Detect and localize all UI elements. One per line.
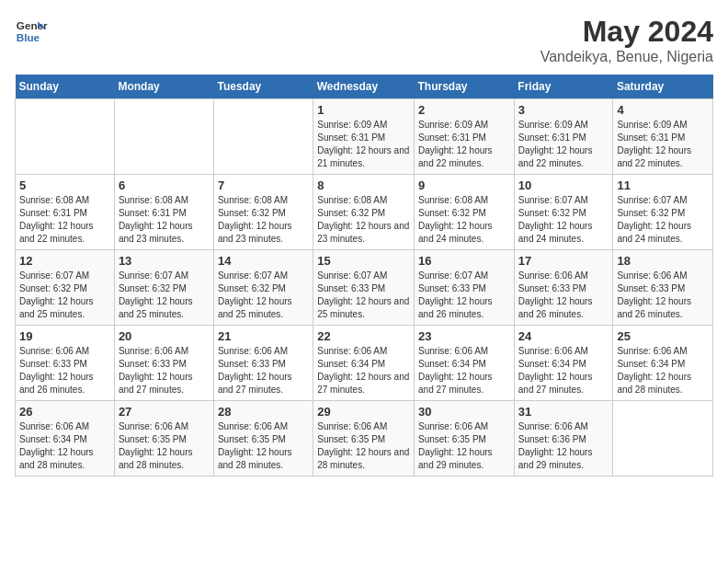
calendar-cell: 25Sunrise: 6:06 AM Sunset: 6:34 PM Dayli… [613, 326, 713, 401]
day-number: 29 [317, 405, 410, 419]
calendar-cell: 13Sunrise: 6:07 AM Sunset: 6:32 PM Dayli… [114, 250, 213, 326]
day-info: Sunrise: 6:08 AM Sunset: 6:32 PM Dayligh… [218, 194, 309, 246]
day-number: 7 [218, 178, 309, 192]
calendar-cell: 20Sunrise: 6:06 AM Sunset: 6:33 PM Dayli… [114, 326, 213, 401]
page-header: General Blue May 2024 Vandeikya, Benue, … [15, 15, 713, 65]
day-info: Sunrise: 6:09 AM Sunset: 6:31 PM Dayligh… [617, 119, 709, 170]
week-row-5: 26Sunrise: 6:06 AM Sunset: 6:34 PM Dayli… [16, 401, 713, 477]
day-info: Sunrise: 6:06 AM Sunset: 6:33 PM Dayligh… [518, 270, 609, 321]
day-number: 18 [617, 254, 709, 268]
day-info: Sunrise: 6:06 AM Sunset: 6:34 PM Dayligh… [617, 345, 709, 396]
day-info: Sunrise: 6:07 AM Sunset: 6:32 PM Dayligh… [518, 194, 609, 246]
calendar-cell: 5Sunrise: 6:08 AM Sunset: 6:31 PM Daylig… [16, 175, 115, 250]
day-info: Sunrise: 6:06 AM Sunset: 6:34 PM Dayligh… [518, 345, 609, 396]
day-info: Sunrise: 6:07 AM Sunset: 6:33 PM Dayligh… [317, 270, 410, 321]
day-info: Sunrise: 6:08 AM Sunset: 6:31 PM Dayligh… [19, 194, 110, 246]
calendar-cell: 21Sunrise: 6:06 AM Sunset: 6:33 PM Dayli… [213, 326, 313, 401]
day-number: 21 [218, 329, 309, 343]
day-number: 12 [19, 254, 110, 268]
day-number: 4 [617, 103, 709, 117]
weekday-header-saturday: Saturday [613, 75, 713, 99]
day-number: 24 [518, 329, 609, 343]
day-info: Sunrise: 6:06 AM Sunset: 6:33 PM Dayligh… [218, 345, 309, 396]
day-number: 20 [119, 329, 210, 343]
day-info: Sunrise: 6:07 AM Sunset: 6:32 PM Dayligh… [119, 270, 210, 321]
calendar-cell: 4Sunrise: 6:09 AM Sunset: 6:31 PM Daylig… [613, 99, 713, 175]
calendar-cell: 3Sunrise: 6:09 AM Sunset: 6:31 PM Daylig… [514, 99, 613, 175]
weekday-header-row: SundayMondayTuesdayWednesdayThursdayFrid… [16, 75, 713, 99]
calendar-cell [213, 99, 313, 175]
day-info: Sunrise: 6:09 AM Sunset: 6:31 PM Dayligh… [418, 119, 510, 170]
day-number: 10 [518, 178, 609, 192]
day-info: Sunrise: 6:07 AM Sunset: 6:32 PM Dayligh… [19, 270, 110, 321]
day-info: Sunrise: 6:06 AM Sunset: 6:35 PM Dayligh… [218, 420, 309, 472]
calendar-body: 1Sunrise: 6:09 AM Sunset: 6:31 PM Daylig… [16, 99, 713, 477]
day-info: Sunrise: 6:06 AM Sunset: 6:35 PM Dayligh… [418, 420, 510, 472]
calendar-cell: 8Sunrise: 6:08 AM Sunset: 6:32 PM Daylig… [313, 175, 415, 250]
day-number: 16 [418, 254, 510, 268]
day-info: Sunrise: 6:09 AM Sunset: 6:31 PM Dayligh… [317, 119, 410, 170]
calendar-cell: 2Sunrise: 6:09 AM Sunset: 6:31 PM Daylig… [415, 99, 515, 175]
day-number: 25 [617, 329, 709, 343]
day-info: Sunrise: 6:06 AM Sunset: 6:34 PM Dayligh… [418, 345, 510, 396]
day-info: Sunrise: 6:06 AM Sunset: 6:34 PM Dayligh… [317, 345, 410, 396]
day-info: Sunrise: 6:06 AM Sunset: 6:33 PM Dayligh… [617, 270, 709, 321]
day-info: Sunrise: 6:09 AM Sunset: 6:31 PM Dayligh… [518, 119, 609, 170]
calendar-cell: 9Sunrise: 6:08 AM Sunset: 6:32 PM Daylig… [415, 175, 515, 250]
weekday-header-friday: Friday [514, 75, 613, 99]
calendar-cell: 29Sunrise: 6:06 AM Sunset: 6:35 PM Dayli… [313, 401, 415, 477]
calendar-cell [114, 99, 213, 175]
day-number: 28 [218, 405, 309, 419]
calendar-cell: 11Sunrise: 6:07 AM Sunset: 6:32 PM Dayli… [613, 175, 713, 250]
day-info: Sunrise: 6:07 AM Sunset: 6:33 PM Dayligh… [418, 270, 510, 321]
logo-icon: General Blue [15, 15, 48, 48]
day-info: Sunrise: 6:06 AM Sunset: 6:34 PM Dayligh… [19, 420, 110, 472]
day-number: 17 [518, 254, 609, 268]
week-row-4: 19Sunrise: 6:06 AM Sunset: 6:33 PM Dayli… [16, 326, 713, 401]
weekday-header-tuesday: Tuesday [213, 75, 313, 99]
calendar-cell: 24Sunrise: 6:06 AM Sunset: 6:34 PM Dayli… [514, 326, 613, 401]
day-number: 23 [418, 329, 510, 343]
calendar-cell: 15Sunrise: 6:07 AM Sunset: 6:33 PM Dayli… [313, 250, 415, 326]
calendar-cell: 31Sunrise: 6:06 AM Sunset: 6:36 PM Dayli… [514, 401, 613, 477]
weekday-header-thursday: Thursday [415, 75, 515, 99]
day-number: 19 [19, 329, 110, 343]
calendar-cell: 23Sunrise: 6:06 AM Sunset: 6:34 PM Dayli… [415, 326, 515, 401]
day-number: 9 [418, 178, 510, 192]
calendar-cell [16, 99, 115, 175]
calendar-cell: 14Sunrise: 6:07 AM Sunset: 6:32 PM Dayli… [213, 250, 313, 326]
calendar-cell: 27Sunrise: 6:06 AM Sunset: 6:35 PM Dayli… [114, 401, 213, 477]
calendar-cell: 18Sunrise: 6:06 AM Sunset: 6:33 PM Dayli… [613, 250, 713, 326]
calendar-cell: 17Sunrise: 6:06 AM Sunset: 6:33 PM Dayli… [514, 250, 613, 326]
calendar-cell: 1Sunrise: 6:09 AM Sunset: 6:31 PM Daylig… [313, 99, 415, 175]
week-row-3: 12Sunrise: 6:07 AM Sunset: 6:32 PM Dayli… [16, 250, 713, 326]
week-row-2: 5Sunrise: 6:08 AM Sunset: 6:31 PM Daylig… [16, 175, 713, 250]
calendar-cell: 10Sunrise: 6:07 AM Sunset: 6:32 PM Dayli… [514, 175, 613, 250]
day-info: Sunrise: 6:08 AM Sunset: 6:32 PM Dayligh… [317, 194, 410, 246]
day-info: Sunrise: 6:06 AM Sunset: 6:35 PM Dayligh… [317, 420, 410, 472]
calendar-cell: 16Sunrise: 6:07 AM Sunset: 6:33 PM Dayli… [415, 250, 515, 326]
calendar-cell: 26Sunrise: 6:06 AM Sunset: 6:34 PM Dayli… [16, 401, 115, 477]
day-info: Sunrise: 6:06 AM Sunset: 6:36 PM Dayligh… [518, 420, 609, 472]
weekday-header-monday: Monday [114, 75, 213, 99]
day-info: Sunrise: 6:07 AM Sunset: 6:32 PM Dayligh… [218, 270, 309, 321]
day-number: 30 [418, 405, 510, 419]
calendar-cell: 30Sunrise: 6:06 AM Sunset: 6:35 PM Dayli… [415, 401, 515, 477]
calendar-cell: 19Sunrise: 6:06 AM Sunset: 6:33 PM Dayli… [16, 326, 115, 401]
svg-text:General: General [17, 19, 48, 31]
svg-text:Blue: Blue [17, 31, 40, 43]
day-number: 2 [418, 103, 510, 117]
day-number: 8 [317, 178, 410, 192]
day-number: 13 [119, 254, 210, 268]
day-number: 5 [19, 178, 110, 192]
week-row-1: 1Sunrise: 6:09 AM Sunset: 6:31 PM Daylig… [16, 99, 713, 175]
day-number: 26 [19, 405, 110, 419]
day-number: 1 [317, 103, 410, 117]
sub-title: Vandeikya, Benue, Nigeria [540, 49, 713, 65]
day-number: 11 [617, 178, 709, 192]
day-number: 31 [518, 405, 609, 419]
day-number: 15 [317, 254, 410, 268]
title-area: May 2024 Vandeikya, Benue, Nigeria [540, 15, 713, 65]
weekday-header-wednesday: Wednesday [313, 75, 415, 99]
weekday-header-sunday: Sunday [16, 75, 115, 99]
